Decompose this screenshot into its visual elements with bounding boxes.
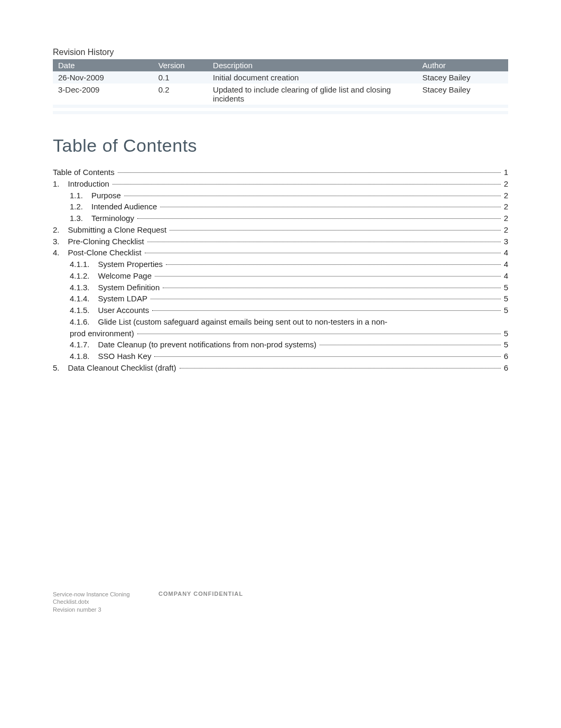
toc-number: 4.1.1.	[70, 259, 98, 270]
toc-text: Purpose	[91, 190, 123, 201]
document-page: Revision History Date Version Descriptio…	[0, 0, 561, 634]
toc-page: 3	[502, 236, 508, 247]
toc-text: prod environment)	[70, 328, 136, 339]
footer-confidential: COMPANY CONFIDENTIAL	[158, 591, 508, 613]
toc-text: Glide List (custom safeguard against ema…	[98, 316, 390, 328]
toc-page: 6	[502, 362, 508, 374]
toc-entry: 1.2.Intended Audience2	[53, 201, 508, 213]
cell-date: 3-Dec-2009	[53, 84, 153, 105]
toc-entry: 1.3.Terminology2	[53, 213, 508, 224]
toc-number: 1.2.	[70, 201, 91, 213]
toc-entry: 4.1.3.System Definition5	[53, 282, 508, 293]
cell-description	[208, 111, 417, 114]
toc-dots	[160, 207, 500, 207]
toc-text: Terminology	[91, 213, 136, 224]
toc-dots	[154, 356, 500, 357]
footer-revision: Revision number 3	[53, 606, 158, 613]
toc-text: Table of Contents	[53, 167, 117, 178]
toc-entry: 1.Introduction2	[53, 178, 508, 190]
table-row	[53, 111, 508, 114]
toc-dots	[152, 310, 500, 311]
toc-dots	[151, 299, 501, 299]
toc-page: 6	[502, 351, 508, 362]
col-date: Date	[53, 59, 153, 71]
toc-dots	[118, 172, 501, 173]
toc-page: 4	[502, 259, 508, 270]
toc-text: Welcome Page	[98, 270, 154, 282]
toc-dots	[180, 368, 501, 368]
revision-history-title: Revision History	[53, 48, 508, 57]
toc-text: Post-Clone Checklist	[68, 247, 144, 259]
toc-dots	[166, 264, 501, 265]
toc-heading: Table of Contents	[53, 135, 508, 156]
toc-text: Pre-Cloning Checklist	[68, 236, 146, 247]
toc-text: Introduction	[68, 178, 111, 190]
col-description: Description	[208, 59, 417, 71]
toc-entry: 4.Post-Clone Checklist4	[53, 247, 508, 259]
toc-dots	[113, 184, 501, 185]
toc-number: 5.	[53, 362, 68, 374]
toc-number: 4.1.5.	[70, 305, 98, 316]
toc-text: Intended Audience	[91, 201, 159, 213]
toc-number: 4.1.2.	[70, 270, 98, 282]
cell-version: 0.1	[153, 71, 208, 84]
toc-page: 2	[502, 178, 508, 190]
toc-page: 4	[502, 247, 508, 259]
toc-number: 4.	[53, 247, 68, 259]
toc-dots	[163, 288, 500, 288]
toc-dots	[124, 196, 501, 196]
toc-dots	[145, 253, 501, 253]
cell-author: Stacey Bailey	[417, 71, 508, 84]
footer-filename: Service-now Instance Cloning Checklist.d…	[53, 591, 158, 606]
toc-number: 4.1.8.	[70, 351, 98, 362]
toc-dots	[137, 334, 501, 334]
col-version: Version	[153, 59, 208, 71]
toc-number: 4.1.3.	[70, 282, 98, 293]
toc-number: 3.	[53, 236, 68, 247]
toc-entry: 4.1.6.Glide List (custom safeguard again…	[53, 316, 508, 339]
table-header-row: Date Version Description Author	[53, 59, 508, 71]
toc-page: 2	[502, 213, 508, 224]
toc-page: 5	[502, 328, 508, 339]
toc-entry: 3.Pre-Cloning Checklist3	[53, 236, 508, 247]
cell-description: Initial document creation	[208, 71, 417, 84]
toc-page: 2	[502, 190, 508, 201]
toc-entry: 4.1.7.Date Cleanup (to prevent notificat…	[53, 339, 508, 351]
toc-page: 5	[502, 282, 508, 293]
toc-dots	[147, 242, 501, 242]
toc-text: System Definition	[98, 282, 162, 293]
toc-entry: Table of Contents1	[53, 167, 508, 178]
toc-page: 5	[502, 305, 508, 316]
toc-dots	[155, 276, 501, 277]
toc-text: Date Cleanup (to prevent notifications f…	[98, 339, 319, 351]
toc-page: 5	[502, 293, 508, 305]
toc-text: SSO Hash Key	[98, 351, 154, 362]
toc-entry: 4.1.5.User Accounts5	[53, 305, 508, 316]
footer-left: Service-now Instance Cloning Checklist.d…	[53, 591, 158, 613]
cell-description: Updated to include clearing of glide lis…	[208, 84, 417, 105]
toc-page: 5	[502, 339, 508, 351]
col-author: Author	[417, 59, 508, 71]
cell-version	[153, 111, 208, 114]
cell-author	[417, 111, 508, 114]
toc-page: 1	[502, 167, 508, 178]
cell-version: 0.2	[153, 84, 208, 105]
toc-entry: 4.1.2.Welcome Page4	[53, 270, 508, 282]
toc-entry: 5.Data Cleanout Checklist (draft)6	[53, 362, 508, 374]
revision-history-table: Date Version Description Author 26-Nov-2…	[53, 59, 508, 114]
toc-text: System LDAP	[98, 293, 149, 305]
toc-entry: 4.1.4.System LDAP5	[53, 293, 508, 305]
toc-number: 4.1.6.	[70, 316, 98, 328]
toc-text: Submitting a Clone Request	[68, 224, 169, 236]
toc-page: 2	[502, 201, 508, 213]
table-row: 3-Dec-2009 0.2 Updated to include cleari…	[53, 84, 508, 105]
toc-number: 4.1.7.	[70, 339, 98, 351]
cell-date: 26-Nov-2009	[53, 71, 153, 84]
toc-dots	[170, 230, 500, 231]
toc-number: 4.1.4.	[70, 293, 98, 305]
toc-entry: 2.Submitting a Clone Request2	[53, 224, 508, 236]
table-of-contents: Table of Contents11.Introduction21.1.Pur…	[53, 167, 508, 374]
toc-page: 2	[502, 224, 508, 236]
toc-text: Data Cleanout Checklist (draft)	[68, 362, 179, 374]
page-footer: Service-now Instance Cloning Checklist.d…	[53, 591, 508, 613]
